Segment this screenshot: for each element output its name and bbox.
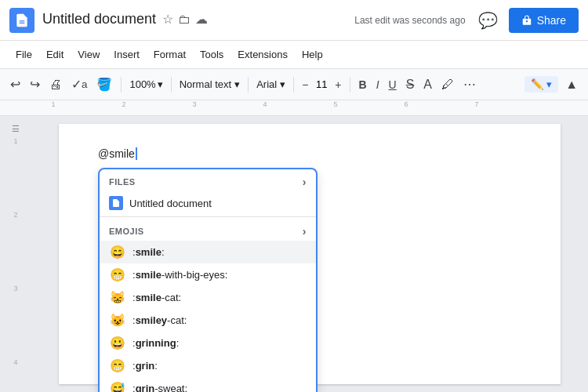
separator-2 bbox=[171, 77, 172, 93]
share-button[interactable]: Share bbox=[509, 8, 579, 33]
cloud-icon[interactable]: ☁ bbox=[195, 12, 208, 27]
ruler: 1 2 3 4 5 6 7 bbox=[0, 100, 588, 116]
emoji-label-4: :grinning: bbox=[132, 337, 179, 349]
emoji-glyph-5: 😁 bbox=[109, 358, 126, 373]
zoom-dropdown-icon: ▾ bbox=[158, 78, 163, 90]
italic-button[interactable]: I bbox=[372, 74, 383, 96]
bold-button[interactable]: B bbox=[355, 74, 371, 96]
menu-tools[interactable]: Tools bbox=[194, 45, 230, 64]
more-options-button[interactable]: ⋯ bbox=[459, 74, 480, 96]
title-section: Untitled document ☆ 🗀 ☁ bbox=[42, 11, 354, 29]
text-color-button[interactable]: A bbox=[419, 74, 436, 96]
emoji-label-6: :grin-sweat: bbox=[132, 383, 187, 392]
emoji-item-5[interactable]: 😁:grin: bbox=[100, 354, 316, 377]
editing-mode-button[interactable]: ✏️ ▾ bbox=[524, 76, 558, 93]
font-select[interactable]: Arial ▾ bbox=[253, 77, 289, 92]
zoom-select[interactable]: 100% ▾ bbox=[126, 77, 165, 92]
margin-num-3: 3 bbox=[13, 285, 17, 292]
lock-icon bbox=[521, 15, 532, 26]
ruler-num-2: 2 bbox=[122, 100, 125, 108]
pen-icon: ✏️ bbox=[531, 78, 544, 90]
emoji-glyph-0: 😄 bbox=[109, 245, 126, 260]
spellcheck-button[interactable]: ✓a bbox=[67, 74, 91, 96]
collapse-button[interactable]: ▲ bbox=[561, 74, 582, 96]
emoji-item-6[interactable]: 😅:grin-sweat: bbox=[100, 377, 316, 392]
underline-button[interactable]: U bbox=[385, 74, 401, 96]
emoji-label-5: :grin: bbox=[132, 360, 158, 372]
paint-format-button[interactable]: 🪣 bbox=[93, 74, 116, 96]
ruler-num-7: 7 bbox=[474, 100, 478, 108]
menu-format[interactable]: Format bbox=[147, 45, 192, 64]
ruler-num-3: 3 bbox=[192, 100, 196, 108]
toolbar-right: ✏️ ▾ ▲ bbox=[524, 74, 582, 96]
files-chevron-icon: › bbox=[303, 176, 307, 188]
emoji-glyph-6: 😅 bbox=[109, 381, 126, 392]
doc-title[interactable]: Untitled document bbox=[42, 11, 156, 27]
menu-view[interactable]: View bbox=[71, 45, 106, 64]
emojis-chevron-icon: › bbox=[303, 225, 307, 238]
font-size-control: − 11 + bbox=[299, 74, 344, 96]
redo-button[interactable]: ↪ bbox=[26, 74, 44, 96]
file-item-untitled[interactable]: Untitled document bbox=[100, 191, 316, 215]
font-size-increase[interactable]: + bbox=[332, 74, 344, 96]
files-section-header[interactable]: FILES › bbox=[100, 169, 316, 191]
emoji-label-1: :smile-with-big-eyes: bbox=[132, 269, 227, 281]
emoji-glyph-2: 😸 bbox=[109, 290, 126, 305]
strikethrough-button[interactable]: S bbox=[402, 74, 419, 96]
ruler-num-4: 4 bbox=[263, 100, 267, 108]
emoji-item-2[interactable]: 😸:smile-cat: bbox=[100, 286, 316, 309]
comment-button[interactable]: 💬 bbox=[475, 8, 501, 33]
separator-1 bbox=[121, 77, 122, 93]
menu-bar: File Edit View Insert Format Tools Exten… bbox=[0, 41, 588, 69]
highlight-button[interactable]: 🖊 bbox=[437, 74, 458, 96]
separator-4 bbox=[293, 77, 294, 93]
app-icon[interactable] bbox=[9, 8, 34, 33]
margin-num-4: 4 bbox=[13, 358, 17, 366]
text-cursor bbox=[136, 147, 137, 160]
file-name: Untitled document bbox=[129, 198, 212, 209]
emoji-item-1[interactable]: 😁:smile-with-big-eyes: bbox=[100, 263, 316, 286]
font-dropdown-icon: ▾ bbox=[280, 78, 285, 90]
menu-extensions[interactable]: Extensions bbox=[231, 45, 294, 64]
emojis-section-header[interactable]: EMOJIS › bbox=[100, 219, 316, 241]
left-margin: ☰ 1 2 3 4 bbox=[0, 116, 31, 392]
emoji-item-4[interactable]: 😀:grinning: bbox=[100, 332, 316, 354]
emoji-label-3: :smiley-cat: bbox=[132, 314, 187, 326]
file-doc-icon bbox=[109, 196, 123, 210]
emoji-label-2: :smile-cat: bbox=[132, 292, 181, 303]
style-select[interactable]: Normal text ▾ bbox=[176, 77, 243, 92]
autocomplete-dropdown: FILES › Untitled document EMOJIS › bbox=[98, 168, 318, 392]
font-size-value[interactable]: 11 bbox=[313, 78, 330, 90]
emoji-glyph-3: 😺 bbox=[109, 313, 126, 328]
margin-num-1: 1 bbox=[13, 137, 17, 145]
emoji-label-0: :smile: bbox=[132, 246, 165, 258]
print-button[interactable]: 🖨 bbox=[45, 74, 66, 96]
emoji-glyph-1: 😁 bbox=[109, 267, 126, 282]
ac-divider bbox=[100, 216, 316, 217]
doc-content: @smile FILES › Untitled document bbox=[31, 116, 588, 392]
ruler-num-1: 1 bbox=[51, 100, 55, 108]
share-label: Share bbox=[537, 14, 566, 27]
menu-insert[interactable]: Insert bbox=[107, 45, 146, 64]
folder-icon[interactable]: 🗀 bbox=[178, 13, 191, 27]
page[interactable]: @smile FILES › Untitled document bbox=[59, 124, 561, 384]
typed-text: @smile bbox=[98, 147, 135, 160]
emoji-item-0[interactable]: 😄:smile: bbox=[100, 241, 316, 263]
zoom-value: 100% bbox=[129, 78, 155, 90]
star-icon[interactable]: ☆ bbox=[162, 12, 173, 27]
title-bar: Untitled document ☆ 🗀 ☁ Last edit was se… bbox=[0, 0, 588, 41]
emoji-list: 😄:smile:😁:smile-with-big-eyes:😸:smile-ca… bbox=[100, 241, 316, 392]
font-size-decrease[interactable]: − bbox=[299, 74, 311, 96]
separator-5 bbox=[350, 77, 350, 93]
doc-area: ☰ 1 2 3 4 @smile FILES › bbox=[0, 116, 588, 392]
menu-help[interactable]: Help bbox=[296, 45, 329, 64]
emoji-item-3[interactable]: 😺:smiley-cat: bbox=[100, 309, 316, 332]
undo-button[interactable]: ↩ bbox=[6, 74, 24, 96]
outline-icon[interactable]: ☰ bbox=[12, 124, 20, 134]
typed-text-area: @smile bbox=[98, 147, 521, 160]
title-icons: ☆ 🗀 ☁ bbox=[162, 12, 208, 27]
style-dropdown-icon: ▾ bbox=[234, 78, 240, 90]
menu-file[interactable]: File bbox=[9, 45, 38, 64]
files-label: FILES bbox=[109, 177, 136, 187]
menu-edit[interactable]: Edit bbox=[40, 45, 70, 64]
